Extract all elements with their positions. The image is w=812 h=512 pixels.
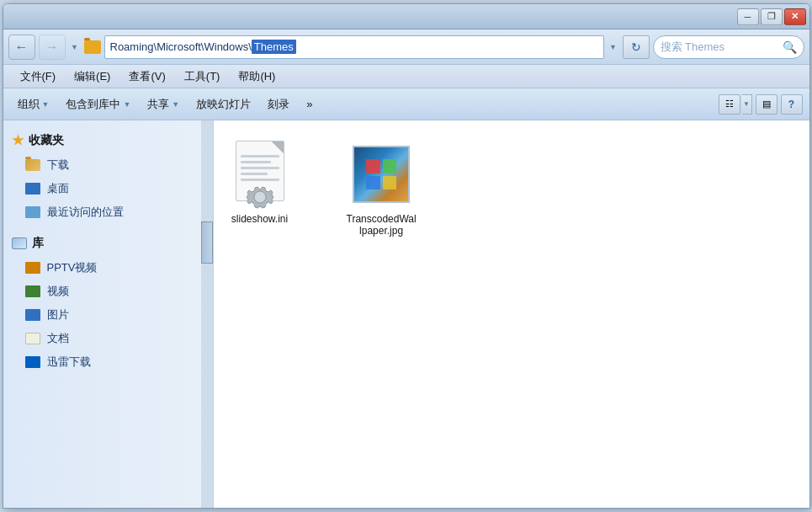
window-controls: ─ ❐ ✕ [737,8,806,25]
gear-overlay-icon [240,176,280,216]
sidebar-item-download[interactable]: 下载 [3,153,213,177]
refresh-button[interactable]: ↻ [623,35,650,59]
sidebar-item-documents[interactable]: 文档 [3,327,213,350]
sidebar: ★ 收藏夹 下载 桌面 [3,120,214,508]
scrollbar-track[interactable] [201,120,213,508]
toolbar: 组织 ▼ 包含到库中 ▼ 共享 ▼ 放映幻灯片 刻录 » ☷ ▼ ▤ ? [3,88,809,120]
folder-down-icon [25,157,40,173]
close-button[interactable]: ✕ [784,8,806,25]
svg-point-0 [254,191,266,203]
menu-file[interactable]: 文件(F) [12,67,65,87]
star-icon: ★ [12,132,24,148]
view-dropdown-icon[interactable]: ▼ [742,94,752,115]
sidebar-item-desktop[interactable]: 桌面 [3,177,213,200]
back-button[interactable]: ← [8,35,35,60]
main-area: ★ 收藏夹 下载 桌面 [3,120,809,508]
pptv-icon [25,260,40,275]
menu-tools[interactable]: 工具(T) [176,67,229,87]
recent-location-icon [25,205,40,220]
toolbar-right-section: ☷ ▼ ▤ ? [719,94,803,115]
file-item-slideshow[interactable]: slideshow.ini [227,137,293,228]
toolbar-organize[interactable]: 组织 ▼ [10,92,57,117]
scrollbar-thumb[interactable] [201,221,213,264]
wallpaper-label: TranscodedWallpaper.jpg [347,213,417,237]
thunder-icon [25,355,40,370]
menu-edit[interactable]: 编辑(E) [66,67,119,87]
nav-dropdown-button[interactable]: ▼ [69,35,81,60]
menu-help[interactable]: 帮助(H) [230,67,284,87]
library-folder-icon [12,237,27,249]
windows-logo [366,159,396,189]
menu-bar: 文件(F) 编辑(E) 查看(V) 工具(T) 帮助(H) [3,65,809,88]
view-mode-button[interactable]: ☷ [719,94,740,115]
toolbar-slideshow[interactable]: 放映幻灯片 [188,92,258,117]
desktop-icon [25,181,40,196]
sidebar-scroll[interactable]: ★ 收藏夹 下载 桌面 [3,120,213,508]
sidebar-item-recent[interactable]: 最近访问的位置 [3,200,213,224]
sidebar-item-pptv[interactable]: PPTV视频 [3,256,213,280]
toolbar-burn[interactable]: 刻录 [260,92,297,117]
organize-dropdown-icon: ▼ [42,100,50,109]
folder-icon [84,40,101,54]
library-dropdown-icon: ▼ [123,100,130,109]
help-button[interactable]: ? [781,94,803,115]
documents-icon [25,331,40,346]
pane-button[interactable]: ▤ [756,94,778,115]
file-item-wallpaper[interactable]: TranscodedWallpaper.jpg [343,137,420,240]
ini-file-icon [231,141,289,208]
forward-button[interactable]: → [39,35,66,60]
toolbar-include-library[interactable]: 包含到库中 ▼ [58,92,138,117]
search-box[interactable]: 搜索 Themes 🔍 [653,35,804,59]
restore-button[interactable]: ❐ [761,8,783,25]
share-dropdown-icon: ▼ [172,100,179,109]
jpg-file-icon [352,141,411,208]
path-dropdown-button[interactable]: ▼ [608,35,619,60]
address-bar: ← → ▼ Roaming\Microsoft\Windows\Themes ▼… [3,29,809,65]
path-highlight: Themes [252,40,296,54]
toolbar-more[interactable]: » [299,92,320,117]
title-bar: ─ ❐ ✕ [3,4,809,29]
pictures-icon [25,307,40,323]
sidebar-item-thunder[interactable]: 迅雷下载 [3,350,213,374]
sidebar-item-video[interactable]: 视频 [3,280,213,303]
sidebar-item-pictures[interactable]: 图片 [3,303,213,327]
menu-view[interactable]: 查看(V) [120,67,173,87]
minimize-button[interactable]: ─ [737,8,759,25]
sidebar-library-header: 库 [3,231,213,256]
view-buttons: ☷ ▼ [719,94,752,115]
sidebar-favorites-header: ★ 收藏夹 [3,127,213,153]
video-icon [25,284,40,299]
toolbar-share[interactable]: 共享 ▼ [140,92,187,117]
search-placeholder: 搜索 Themes [661,40,725,55]
address-path-display[interactable]: Roaming\Microsoft\Windows\Themes [104,35,604,59]
path-text: Roaming\Microsoft\Windows\ [110,40,252,53]
explorer-window: ─ ❐ ✕ ← → ▼ Roaming\Microsoft\Windows\Th… [3,3,810,509]
file-area: slideshow.ini TranscodedWallpap [214,120,809,508]
search-icon: 🔍 [783,40,797,54]
